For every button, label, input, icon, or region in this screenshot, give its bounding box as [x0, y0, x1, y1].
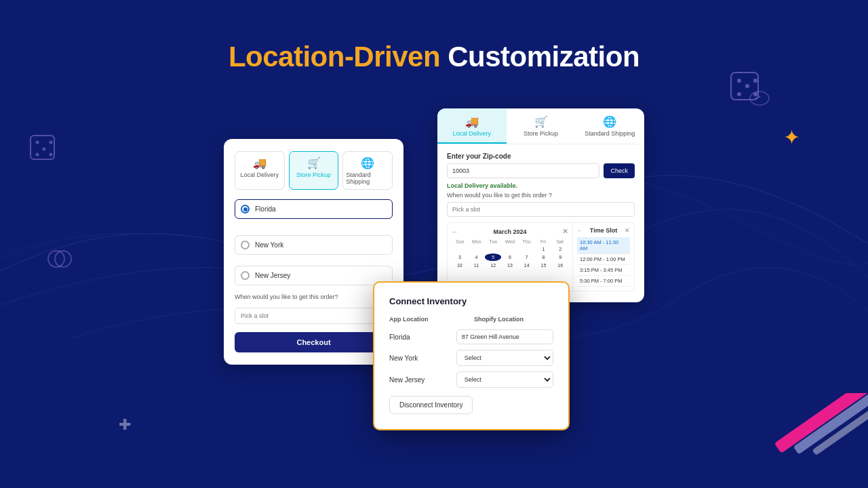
disconnect-inventory-button[interactable]: Disconnect Inventory — [389, 396, 473, 414]
modal-row-new-york: New York Select — [389, 350, 553, 366]
col-app-location: App Location — [389, 316, 469, 323]
modal-row-florida: Florida — [389, 329, 553, 344]
modal-new-jersey-name: New Jersey — [389, 376, 451, 384]
modal-new-york-select[interactable]: Select — [456, 350, 553, 366]
connect-inventory-modal: Connect Inventory App Location Shopify L… — [373, 281, 570, 430]
modal-florida-name: Florida — [389, 333, 451, 341]
modal-new-jersey-select[interactable]: Select — [456, 371, 553, 388]
modal-florida-input[interactable] — [456, 329, 553, 344]
col-shopify-location: Shopify Location — [474, 316, 553, 323]
modal-new-york-name: New York — [389, 354, 451, 362]
modal-title: Connect Inventory — [389, 296, 553, 306]
modal-columns: App Location Shopify Location — [389, 316, 553, 323]
modal-overlay: Connect Inventory App Location Shopify L… — [0, 0, 868, 488]
modal-row-new-jersey: New Jersey Select — [389, 371, 553, 388]
